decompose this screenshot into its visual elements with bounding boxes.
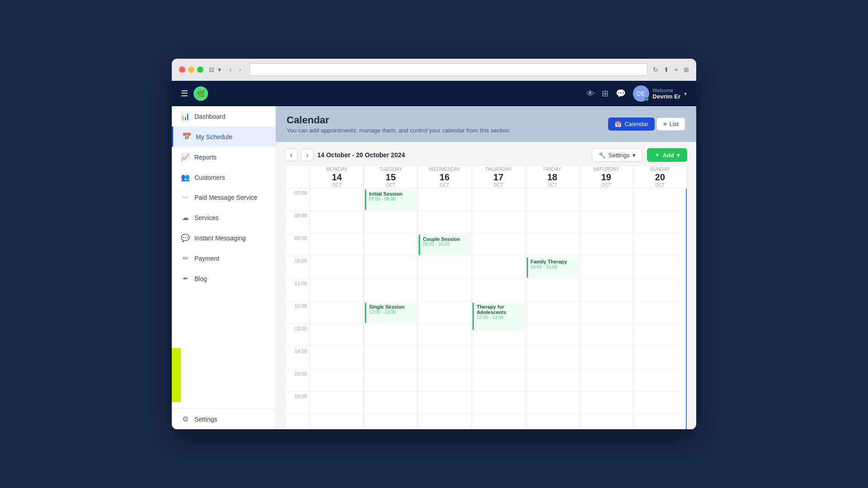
day-columns: Monday 14 OCT bbox=[310, 166, 687, 429]
event-single-session[interactable]: Single Session 12:00 - 13:00 bbox=[365, 302, 416, 323]
day-body-sunday bbox=[633, 188, 687, 429]
hour-08-fri bbox=[526, 211, 579, 234]
time-slot-08: 08:00 bbox=[285, 211, 310, 234]
day-month-thursday: OCT bbox=[494, 183, 503, 188]
day-body-thursday: Therapy for Adolescents 12:00 - 13:00 bbox=[472, 188, 525, 429]
settings-button[interactable]: 🔧 Settings ▾ bbox=[592, 148, 642, 162]
chevron-down-icon[interactable]: ▾ bbox=[218, 66, 221, 73]
calendar-grid: 07:00 08:00 09:00 10:00 11:00 12:00 13:0… bbox=[285, 165, 687, 429]
services-icon: ☁ bbox=[181, 213, 190, 222]
hour-16-monday bbox=[310, 392, 363, 414]
sidebar-item-paid-message[interactable]: ··· Paid Message Service bbox=[172, 188, 275, 207]
calendar-view-icon: 📅 bbox=[614, 121, 622, 127]
sidebar-toggle-icon[interactable]: ⊟ bbox=[209, 66, 214, 73]
time-slot-07: 07:00 bbox=[285, 188, 310, 211]
hour-16-sat bbox=[580, 392, 633, 414]
online-indicator bbox=[645, 98, 649, 101]
welcome-label: Welcome bbox=[653, 88, 680, 93]
page-header-info: Calendar You can add appointments, manag… bbox=[287, 114, 511, 134]
day-col-thursday: Thursday 17 OCT bbox=[472, 166, 525, 429]
eye-icon[interactable]: 👁 bbox=[586, 89, 594, 99]
hour-09-sat bbox=[580, 234, 633, 256]
sidebar-item-my-schedule[interactable]: 📅 My Schedule bbox=[172, 127, 275, 147]
grid-icon[interactable]: ⊞ bbox=[684, 66, 689, 73]
add-button[interactable]: ＋ Add ▾ bbox=[647, 148, 687, 162]
minimize-button[interactable] bbox=[188, 66, 194, 73]
hour-10-monday bbox=[310, 256, 363, 279]
refresh-icon[interactable]: ↻ bbox=[653, 66, 658, 73]
browser-controls: ⊟ ▾ bbox=[209, 66, 221, 73]
prev-week-button[interactable]: ‹ bbox=[285, 149, 297, 161]
event-therapy-adolescents[interactable]: Therapy for Adolescents 12:00 - 13:00 bbox=[472, 302, 524, 330]
hour-16-tuesday bbox=[364, 392, 417, 414]
sidebar-label-my-schedule: My Schedule bbox=[196, 133, 232, 141]
next-week-button[interactable]: › bbox=[301, 149, 314, 161]
hour-15-wed bbox=[418, 369, 471, 392]
day-header-thursday: Thursday 17 OCT bbox=[472, 166, 525, 188]
day-number-sunday: 20 bbox=[655, 172, 665, 183]
day-name-friday: Friday bbox=[543, 166, 561, 172]
hour-08-sat bbox=[580, 211, 633, 234]
calendar-view-button[interactable]: 📅 Calendar bbox=[608, 117, 655, 131]
sidebar-item-customers[interactable]: 👥 Customers bbox=[172, 167, 275, 188]
event-family-therapy[interactable]: Family Therapy 10:00 - 11:00 bbox=[527, 257, 578, 278]
list-view-button[interactable]: ≡ List bbox=[656, 117, 685, 131]
payment-icon: ✏ bbox=[181, 254, 190, 263]
top-nav-left: ☰ 🌿 bbox=[181, 86, 208, 101]
sidebar-item-services[interactable]: ☁ Services bbox=[172, 207, 275, 228]
sidebar-label-dashboard: Dashboard bbox=[194, 113, 226, 120]
share-icon[interactable]: ⬆ bbox=[664, 66, 669, 73]
hour-16-wed bbox=[418, 392, 471, 414]
browser-chrome: ⊟ ▾ ‹ › ↻ ⬆ + ⊞ bbox=[172, 59, 696, 81]
sidebar-item-blog[interactable]: ✒ Blog bbox=[172, 268, 275, 289]
day-name-wednesday: Wednesday bbox=[429, 166, 460, 172]
add-chevron: ▾ bbox=[677, 152, 680, 159]
hour-08-sun bbox=[633, 211, 687, 234]
hour-15-tuesday bbox=[364, 369, 417, 392]
forward-button[interactable]: › bbox=[236, 65, 244, 75]
day-number-thursday: 17 bbox=[493, 172, 503, 183]
back-button[interactable]: ‹ bbox=[226, 65, 234, 75]
sidebar-item-instant-messaging[interactable]: 💬 Instant Messaging bbox=[172, 228, 275, 248]
fullscreen-button[interactable] bbox=[197, 66, 203, 73]
day-col-saturday: Saturday 19 OCT bbox=[580, 166, 633, 429]
sidebar-item-dashboard[interactable]: 📊 Dashboard bbox=[172, 106, 275, 127]
add-tab-icon[interactable]: + bbox=[675, 66, 678, 73]
hour-11-fri bbox=[526, 279, 579, 301]
sidebar-item-payment[interactable]: ✏ Payment bbox=[172, 248, 275, 268]
event-time: 12:00 - 13:00 bbox=[476, 315, 521, 320]
hour-08-wed bbox=[418, 211, 471, 234]
hour-16-sun bbox=[633, 392, 687, 414]
hour-07-sun bbox=[633, 188, 687, 211]
day-body-tuesday: Initial Session 07:00 - 08:00 Single Ses… bbox=[364, 188, 417, 429]
address-bar[interactable] bbox=[250, 63, 647, 76]
hour-08-thu bbox=[472, 211, 525, 234]
event-couple-session[interactable]: Couple Session 09:00 - 10:00 bbox=[419, 235, 470, 255]
user-details: Welcome Devrim Er bbox=[653, 88, 680, 100]
event-title: Initial Session bbox=[369, 191, 414, 197]
hour-09-fri bbox=[526, 234, 579, 256]
user-chevron[interactable]: ▾ bbox=[684, 90, 687, 97]
hour-16-thu bbox=[472, 392, 525, 414]
hour-12-sat bbox=[580, 301, 633, 324]
grid-icon[interactable]: ⊞ bbox=[602, 89, 609, 99]
hour-14-monday bbox=[310, 347, 363, 369]
customers-icon: 👥 bbox=[181, 173, 190, 182]
day-body-saturday bbox=[580, 188, 633, 429]
sidebar-item-settings[interactable]: ⚙ Settings bbox=[172, 409, 275, 429]
event-initial-session[interactable]: Initial Session 07:00 - 08:00 bbox=[365, 189, 416, 210]
sidebar-item-reports[interactable]: 📈 Reports bbox=[172, 147, 275, 167]
browser-nav: ‹ › bbox=[226, 65, 244, 75]
time-slot-10: 10:00 bbox=[285, 256, 310, 279]
day-month-sunday: OCT bbox=[655, 183, 665, 188]
hour-07-wed bbox=[418, 188, 471, 211]
top-nav-right: 👁 ⊞ 💬 DE Welcome Devrim Er ▾ bbox=[586, 85, 687, 102]
username-label: Devrim Er bbox=[653, 93, 680, 100]
close-button[interactable] bbox=[179, 66, 185, 73]
hour-10-wed bbox=[418, 256, 471, 279]
day-header-friday: Friday 18 OCT bbox=[526, 166, 579, 188]
hamburger-menu[interactable]: ☰ bbox=[181, 89, 188, 99]
user-info[interactable]: DE Welcome Devrim Er ▾ bbox=[633, 85, 687, 102]
chat-icon[interactable]: 💬 bbox=[616, 89, 626, 99]
hour-13-sat bbox=[580, 324, 633, 347]
